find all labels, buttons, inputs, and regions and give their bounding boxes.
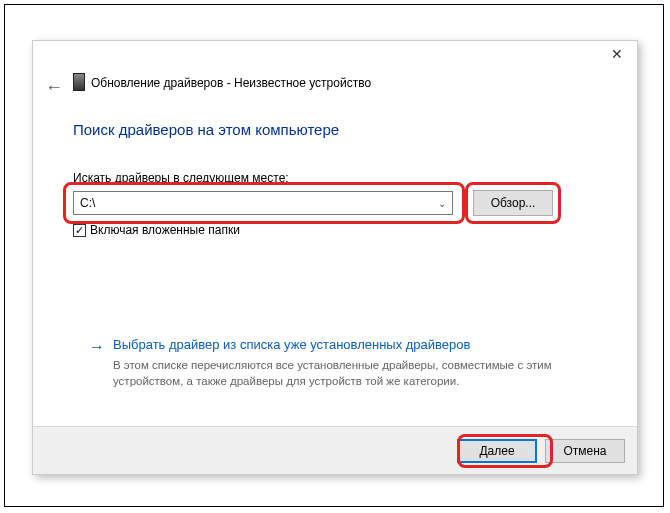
chevron-down-icon: ⌄ — [438, 198, 446, 209]
page-heading: Поиск драйверов на этом компьютере — [73, 121, 339, 138]
browse-button-label: Обзор... — [491, 196, 536, 210]
cancel-button[interactable]: Отмена — [545, 439, 625, 463]
pick-from-list-link[interactable]: → Выбрать драйвер из списка уже установл… — [89, 337, 470, 356]
search-location-label: Искать драйверы в следующем месте: — [73, 171, 289, 185]
dialog-footer: Далее Отмена — [33, 426, 637, 474]
driver-path-value: C:\ — [80, 196, 95, 210]
cancel-button-label: Отмена — [563, 444, 606, 458]
driver-path-combobox[interactable]: C:\ ⌄ — [73, 191, 453, 215]
close-icon: ✕ — [611, 46, 623, 62]
next-button[interactable]: Далее — [457, 439, 537, 463]
include-subfolders-checkbox[interactable]: ✓ Включая вложенные папки — [73, 223, 240, 237]
window-close-button[interactable]: ✕ — [597, 41, 637, 69]
driver-update-dialog: ✕ ← Обновление драйверов - Неизвестное у… — [32, 40, 638, 475]
pick-from-list-title: Выбрать драйвер из списка уже установлен… — [113, 337, 470, 352]
next-button-label: Далее — [479, 444, 514, 458]
arrow-right-icon: → — [89, 338, 105, 356]
include-subfolders-label: Включая вложенные папки — [90, 223, 240, 237]
device-icon — [73, 73, 85, 91]
back-button[interactable]: ← — [45, 77, 63, 98]
pick-from-list-description: В этом списке перечисляются все установл… — [113, 358, 583, 389]
window-title: Обновление драйверов - Неизвестное устро… — [91, 76, 371, 90]
checkbox-icon: ✓ — [73, 224, 86, 237]
browse-button[interactable]: Обзор... — [473, 190, 553, 216]
